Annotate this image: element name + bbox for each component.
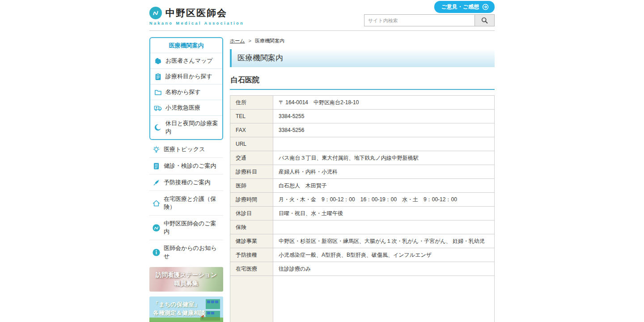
banner-text: 各種測定＆健康相談: [153, 309, 205, 318]
breadcrumb-current: 医療機関案内: [255, 38, 284, 43]
sidebar-item-label: 休日と夜間の診療案内: [165, 119, 219, 136]
table-row: 診療時間 月・火・木・金 9：00-12：00 16：00-19：00 水・土 …: [230, 193, 495, 207]
document-icon: [152, 162, 160, 170]
table-row: 健診事業 中野区・杉並区・新宿区・練馬区、大腸がん１次・乳がん・子宮がん、 妊婦…: [230, 234, 495, 248]
sidebar-item-label: 医療トピックス: [164, 145, 205, 153]
table-row: 交通 バス南台３丁目、東大付属前、地下鉄丸ノ内線中野新橋駅: [230, 151, 495, 165]
sidebar-item-association-guide[interactable]: 中野区医師会のご案内: [149, 216, 223, 240]
row-label: [230, 276, 273, 322]
row-value: バス南台３丁目、東大付属前、地下鉄丸ノ内線中野新橋駅: [273, 151, 495, 165]
breadcrumb: ホーム > 医療機関案内: [230, 38, 495, 44]
row-value: 3384-5255: [273, 110, 495, 123]
sidebar-item-doctor-map[interactable]: お医者さんマップ: [150, 53, 222, 68]
row-label: URL: [230, 137, 273, 151]
sidebar-menu-box: 医療機関案内 お医者さんマップ 診療科目から探す: [149, 37, 223, 140]
row-label: 診療科目: [230, 165, 273, 179]
site-logo[interactable]: 中野区医師会 Nakano Medical Association: [149, 7, 244, 25]
feedback-button[interactable]: ご意見・ご感想: [434, 1, 495, 13]
sidebar-item-home-care-insurance[interactable]: 在宅医療と介護（保険）: [149, 191, 223, 216]
row-label: 医師: [230, 179, 273, 193]
row-value: 往診診療のみ: [273, 262, 495, 276]
row-value: 日曜・祝日、水・土曜午後: [273, 207, 495, 220]
row-label: 住所: [230, 96, 273, 110]
sidebar-item-label: 予防接種のご案内: [164, 178, 211, 186]
moon-icon: [154, 123, 162, 131]
sidebar-item-label: 診療科目から探す: [165, 72, 212, 80]
site-header: 中野区医師会 Nakano Medical Association ご意見・ご感…: [149, 0, 495, 31]
banner-town-health-room[interactable]: 「まちの保健室」 各種測定＆健康相談: [149, 297, 223, 322]
row-label: 交通: [230, 151, 273, 165]
table-row: 休診日 日曜・祝日、水・土曜午後: [230, 207, 495, 220]
row-label: 予防接種: [230, 248, 273, 262]
breadcrumb-separator: >: [249, 38, 251, 43]
page-title: 医療機関案内: [230, 49, 495, 67]
table-row: 医師 白石恕人 木田賢子: [230, 179, 495, 193]
sidebar-item-label: 小児救急医療: [165, 104, 200, 112]
ambulance-icon: [154, 104, 162, 112]
sidebar-item-label: 医師会からのお知らせ: [164, 244, 220, 260]
house-icon: [152, 199, 160, 207]
table-row: URL: [230, 137, 495, 151]
clinic-info-table: 住所 〒 164-0014 中野区南台2-18-10 TEL 3384-5255…: [230, 95, 495, 322]
row-value: 〒 164-0014 中野区南台2-18-10: [273, 96, 495, 110]
folder-icon: [154, 88, 162, 96]
site-subtitle: Nakano Medical Association: [149, 21, 244, 25]
banner-nurse-recruitment[interactable]: 訪問看護ステーション 職員募集: [149, 267, 223, 292]
info-icon: [152, 248, 160, 256]
row-value: [273, 220, 495, 234]
row-value: [273, 276, 495, 322]
sidebar: 医療機関案内 お医者さんマップ 診療科目から探す: [149, 37, 223, 322]
sidebar-item-search-by-name[interactable]: 名称から探す: [150, 84, 222, 100]
arrow-circle-icon: [482, 4, 489, 10]
row-value: 小児感染症一般、A型肝炎、B型肝炎、破傷風、インフルエンザ: [273, 248, 495, 262]
search-icon: [481, 17, 488, 24]
row-value: 白石恕人 木田賢子: [273, 179, 495, 193]
sidebar-item-checkup-guide[interactable]: 健診・検診のご案内: [149, 158, 223, 174]
row-value: 3384-5256: [273, 123, 495, 137]
search-button[interactable]: [475, 15, 494, 26]
feedback-button-label: ご意見・ご感想: [441, 3, 479, 11]
sidebar-item-label: 名称から探す: [165, 88, 201, 96]
page-container: 中野区医師会 Nakano Medical Association ご意見・ご感…: [149, 0, 495, 322]
row-label: FAX: [230, 123, 273, 137]
sidebar-menu-title[interactable]: 医療機関案内: [150, 38, 222, 53]
sidebar-item-search-by-department[interactable]: 診療科目から探す: [150, 68, 222, 84]
main-content: ホーム > 医療機関案内 医療機関案内 白石医院 住所 〒 164-0014 中…: [230, 37, 495, 322]
sidebar-item-association-news[interactable]: 医師会からのお知らせ: [149, 240, 223, 264]
table-row: TEL 3384-5255: [230, 110, 495, 123]
sidebar-item-holiday-night-care[interactable]: 休日と夜間の診療案内: [150, 115, 222, 139]
table-row: 予防接種 小児感染症一般、A型肝炎、B型肝炎、破傷風、インフルエンザ: [230, 248, 495, 262]
lightbulb-icon: [152, 145, 160, 153]
row-label: 休診日: [230, 207, 273, 220]
row-value: [273, 137, 495, 151]
association-logo-icon: [152, 224, 160, 232]
row-value: 中野区・杉並区・新宿区・練馬区、大腸がん１次・乳がん・子宮がん、 妊婦・乳幼児: [273, 234, 495, 248]
banner-text: 訪問看護ステーション: [156, 271, 217, 280]
sidebar-item-pediatric-emergency[interactable]: 小児救急医療: [150, 100, 222, 115]
sidebar-banners: 訪問看護ステーション 職員募集 「まちの保健室」 各種測定＆健康相談: [149, 267, 223, 322]
table-row: 住所 〒 164-0014 中野区南台2-18-10: [230, 96, 495, 110]
sidebar-item-label: お医者さんマップ: [165, 57, 213, 65]
sidebar-item-label: 中野区医師会のご案内: [164, 220, 220, 236]
row-value: 産婦人科・内科・小児科: [273, 165, 495, 179]
table-row: 保険: [230, 220, 495, 234]
sidebar-secondary-list: 医療トピックス 健診・検診のご案内 予防接種のご案内: [149, 141, 223, 264]
sidebar-item-label: 在宅医療と介護（保険）: [164, 195, 220, 211]
clinic-name-heading: 白石医院: [230, 76, 495, 90]
syringe-icon: [152, 178, 160, 186]
logo-n-icon: [149, 7, 162, 19]
table-row: 在宅医療 往診診療のみ: [230, 262, 495, 276]
breadcrumb-home-link[interactable]: ホーム: [230, 38, 245, 43]
sidebar-item-vaccination-guide[interactable]: 予防接種のご案内: [149, 174, 223, 191]
sidebar-item-medical-topics[interactable]: 医療トピックス: [149, 141, 223, 158]
site-search: [364, 14, 495, 26]
map-icon: [154, 57, 162, 65]
site-title: 中野区医師会: [165, 7, 227, 19]
row-label: 健診事業: [230, 234, 273, 248]
banner-text: 職員募集: [174, 280, 199, 288]
table-row: 診療科目 産婦人科・内科・小児科: [230, 165, 495, 179]
row-label: 診療時間: [230, 193, 273, 207]
row-label: 保険: [230, 220, 273, 234]
row-label: 在宅医療: [230, 262, 273, 276]
search-input[interactable]: [364, 15, 475, 26]
